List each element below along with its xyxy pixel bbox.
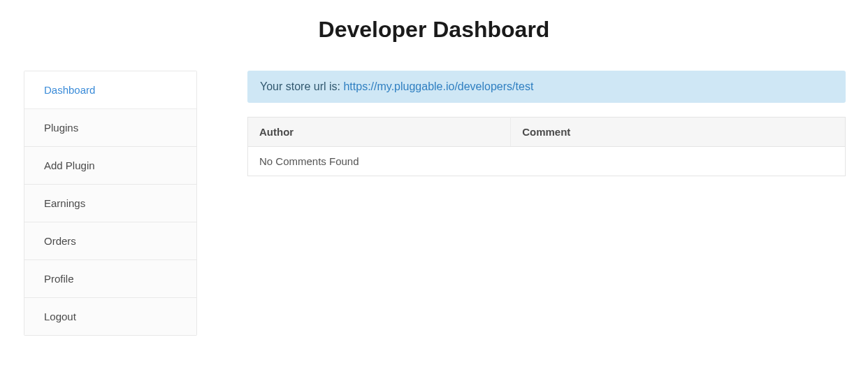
sidebar-list: Dashboard Plugins Add Plugin Earnings Or… — [24, 71, 197, 336]
sidebar-nav: Dashboard Plugins Add Plugin Earnings Or… — [24, 71, 197, 336]
table-row: No Comments Found — [248, 147, 846, 176]
main-content: Your store url is: https://my.pluggable.… — [247, 71, 851, 336]
table-header-author: Author — [248, 118, 511, 147]
table-empty-message: No Comments Found — [248, 147, 846, 176]
sidebar-item-earnings[interactable]: Earnings — [24, 185, 196, 222]
content-container: Dashboard Plugins Add Plugin Earnings Or… — [0, 71, 868, 336]
sidebar-item-profile[interactable]: Profile — [24, 260, 196, 298]
store-url-prefix: Your store url is: — [260, 80, 343, 92]
sidebar-item-add-plugin[interactable]: Add Plugin — [24, 147, 196, 185]
table-header-row: Author Comment — [248, 118, 846, 147]
table-header-comment: Comment — [511, 118, 846, 147]
comments-table: Author Comment No Comments Found — [247, 117, 846, 176]
page-title: Developer Dashboard — [0, 0, 868, 71]
sidebar-item-dashboard[interactable]: Dashboard — [24, 71, 196, 109]
sidebar-item-plugins[interactable]: Plugins — [24, 109, 196, 147]
sidebar-item-logout[interactable]: Logout — [24, 298, 196, 335]
store-url-alert: Your store url is: https://my.pluggable.… — [247, 71, 846, 103]
store-url-link[interactable]: https://my.pluggable.io/developers/test — [343, 80, 533, 92]
sidebar-item-orders[interactable]: Orders — [24, 222, 196, 260]
